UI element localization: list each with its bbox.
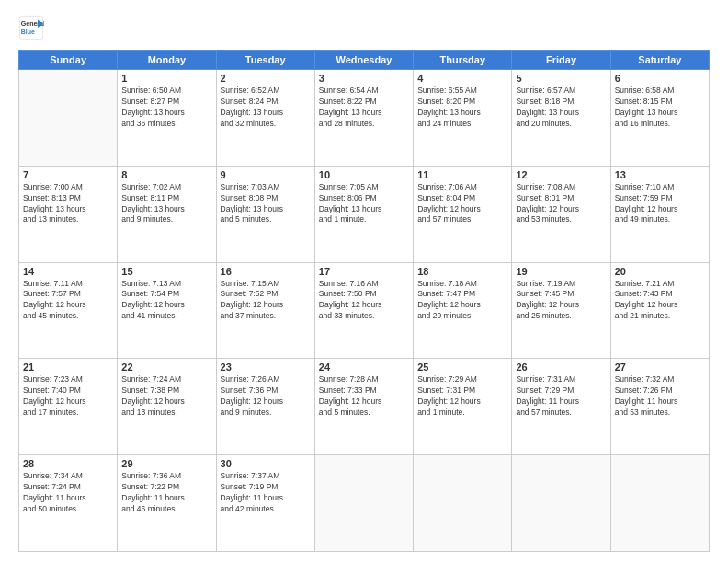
calendar-cell: 1Sunrise: 6:50 AM Sunset: 8:27 PM Daylig…	[118, 70, 216, 167]
header: General Blue	[18, 15, 710, 40]
calendar-cell: 11Sunrise: 7:06 AM Sunset: 8:04 PM Dayli…	[414, 166, 512, 262]
day-number: 17	[319, 266, 409, 277]
calendar-cell: 18Sunrise: 7:18 AM Sunset: 7:47 PM Dayli…	[414, 262, 512, 359]
day-info: Sunrise: 6:52 AM Sunset: 8:24 PM Dayligh…	[221, 86, 311, 130]
day-info: Sunrise: 7:34 AM Sunset: 7:24 PM Dayligh…	[23, 471, 113, 515]
svg-text:Blue: Blue	[21, 29, 35, 35]
logo-icon: General Blue	[18, 15, 44, 40]
day-info: Sunrise: 7:21 AM Sunset: 7:43 PM Dayligh…	[615, 279, 705, 323]
day-info: Sunrise: 7:13 AM Sunset: 7:54 PM Dayligh…	[121, 279, 211, 323]
calendar-cell: 22Sunrise: 7:24 AM Sunset: 7:38 PM Dayli…	[118, 359, 216, 455]
day-of-week-header: Thursday	[414, 51, 512, 70]
day-number: 7	[23, 169, 113, 180]
page: General Blue SundayMondayTuesdayWednesda…	[0, 0, 728, 563]
day-number: 16	[221, 266, 311, 277]
calendar-cell	[19, 70, 118, 167]
calendar-cell: 19Sunrise: 7:19 AM Sunset: 7:45 PM Dayli…	[512, 262, 610, 359]
calendar-cell	[414, 455, 512, 552]
day-info: Sunrise: 7:31 AM Sunset: 7:29 PM Dayligh…	[516, 374, 606, 419]
day-info: Sunrise: 7:08 AM Sunset: 8:01 PM Dayligh…	[516, 182, 606, 226]
calendar-cell: 29Sunrise: 7:36 AM Sunset: 7:22 PM Dayli…	[118, 455, 216, 552]
day-number: 25	[417, 362, 507, 373]
calendar-cell: 28Sunrise: 7:34 AM Sunset: 7:24 PM Dayli…	[19, 455, 118, 552]
day-info: Sunrise: 7:00 AM Sunset: 8:13 PM Dayligh…	[23, 182, 113, 226]
day-number: 10	[319, 169, 409, 180]
calendar-cell: 12Sunrise: 7:08 AM Sunset: 8:01 PM Dayli…	[512, 166, 610, 262]
calendar-week-row: 1Sunrise: 6:50 AM Sunset: 8:27 PM Daylig…	[19, 70, 710, 167]
calendar-week-row: 28Sunrise: 7:34 AM Sunset: 7:24 PM Dayli…	[19, 455, 710, 552]
day-info: Sunrise: 7:06 AM Sunset: 8:04 PM Dayligh…	[417, 182, 507, 226]
calendar-table: SundayMondayTuesdayWednesdayThursdayFrid…	[18, 50, 710, 552]
day-number: 12	[516, 169, 606, 180]
day-of-week-header: Friday	[512, 51, 610, 70]
day-info: Sunrise: 7:37 AM Sunset: 7:19 PM Dayligh…	[221, 471, 311, 515]
calendar-cell: 2Sunrise: 6:52 AM Sunset: 8:24 PM Daylig…	[216, 70, 314, 167]
day-info: Sunrise: 7:15 AM Sunset: 7:52 PM Dayligh…	[221, 279, 311, 323]
day-number: 15	[121, 266, 211, 277]
calendar-cell: 4Sunrise: 6:55 AM Sunset: 8:20 PM Daylig…	[414, 70, 512, 167]
calendar-cell: 17Sunrise: 7:16 AM Sunset: 7:50 PM Dayli…	[314, 262, 413, 359]
day-info: Sunrise: 7:24 AM Sunset: 7:38 PM Dayligh…	[121, 374, 211, 419]
calendar-cell: 21Sunrise: 7:23 AM Sunset: 7:40 PM Dayli…	[19, 359, 118, 455]
calendar-cell: 30Sunrise: 7:37 AM Sunset: 7:19 PM Dayli…	[216, 455, 314, 552]
day-info: Sunrise: 6:55 AM Sunset: 8:20 PM Dayligh…	[417, 86, 507, 130]
day-of-week-header: Saturday	[610, 51, 709, 70]
day-number: 2	[221, 73, 311, 84]
day-of-week-header: Tuesday	[216, 51, 314, 70]
day-number: 13	[615, 169, 705, 180]
calendar-cell: 24Sunrise: 7:28 AM Sunset: 7:33 PM Dayli…	[314, 359, 413, 455]
calendar-cell: 5Sunrise: 6:57 AM Sunset: 8:18 PM Daylig…	[512, 70, 610, 167]
calendar-cell: 25Sunrise: 7:29 AM Sunset: 7:31 PM Dayli…	[414, 359, 512, 455]
day-info: Sunrise: 7:03 AM Sunset: 8:08 PM Dayligh…	[221, 182, 311, 226]
day-info: Sunrise: 7:32 AM Sunset: 7:26 PM Dayligh…	[615, 374, 705, 419]
svg-rect-0	[19, 16, 42, 39]
calendar-cell: 10Sunrise: 7:05 AM Sunset: 8:06 PM Dayli…	[314, 166, 413, 262]
day-of-week-header: Monday	[118, 51, 216, 70]
day-number: 6	[615, 73, 705, 84]
day-info: Sunrise: 7:16 AM Sunset: 7:50 PM Dayligh…	[319, 279, 409, 323]
day-info: Sunrise: 7:02 AM Sunset: 8:11 PM Dayligh…	[121, 182, 211, 226]
day-number: 29	[121, 458, 211, 469]
calendar-cell: 7Sunrise: 7:00 AM Sunset: 8:13 PM Daylig…	[19, 166, 118, 262]
calendar-cell	[610, 455, 709, 552]
calendar-cell: 3Sunrise: 6:54 AM Sunset: 8:22 PM Daylig…	[314, 70, 413, 167]
day-info: Sunrise: 7:05 AM Sunset: 8:06 PM Dayligh…	[319, 182, 409, 226]
calendar-cell: 23Sunrise: 7:26 AM Sunset: 7:36 PM Dayli…	[216, 359, 314, 455]
calendar-cell: 16Sunrise: 7:15 AM Sunset: 7:52 PM Dayli…	[216, 262, 314, 359]
day-number: 3	[319, 73, 409, 84]
day-number: 4	[417, 73, 507, 84]
day-number: 20	[615, 266, 705, 277]
calendar-week-row: 7Sunrise: 7:00 AM Sunset: 8:13 PM Daylig…	[19, 166, 710, 262]
day-info: Sunrise: 7:10 AM Sunset: 7:59 PM Dayligh…	[615, 182, 705, 226]
calendar-body: 1Sunrise: 6:50 AM Sunset: 8:27 PM Daylig…	[19, 70, 710, 552]
logo: General Blue	[18, 15, 48, 40]
calendar-cell: 27Sunrise: 7:32 AM Sunset: 7:26 PM Dayli…	[610, 359, 709, 455]
day-number: 23	[221, 362, 311, 373]
day-info: Sunrise: 7:28 AM Sunset: 7:33 PM Dayligh…	[319, 374, 409, 419]
calendar-cell: 15Sunrise: 7:13 AM Sunset: 7:54 PM Dayli…	[118, 262, 216, 359]
day-info: Sunrise: 6:57 AM Sunset: 8:18 PM Dayligh…	[516, 86, 606, 130]
day-info: Sunrise: 7:26 AM Sunset: 7:36 PM Dayligh…	[221, 374, 311, 419]
calendar-cell	[512, 455, 610, 552]
calendar-week-row: 21Sunrise: 7:23 AM Sunset: 7:40 PM Dayli…	[19, 359, 710, 455]
calendar-cell	[314, 455, 413, 552]
day-number: 9	[221, 169, 311, 180]
calendar-cell: 6Sunrise: 6:58 AM Sunset: 8:15 PM Daylig…	[610, 70, 709, 167]
day-info: Sunrise: 7:23 AM Sunset: 7:40 PM Dayligh…	[23, 374, 113, 419]
day-info: Sunrise: 7:19 AM Sunset: 7:45 PM Dayligh…	[516, 279, 606, 323]
day-number: 11	[417, 169, 507, 180]
day-info: Sunrise: 6:54 AM Sunset: 8:22 PM Dayligh…	[319, 86, 409, 130]
calendar-cell: 8Sunrise: 7:02 AM Sunset: 8:11 PM Daylig…	[118, 166, 216, 262]
day-number: 30	[221, 458, 311, 469]
day-of-week-header: Sunday	[19, 51, 118, 70]
day-number: 14	[23, 266, 113, 277]
day-info: Sunrise: 7:29 AM Sunset: 7:31 PM Dayligh…	[417, 374, 507, 419]
day-info: Sunrise: 7:11 AM Sunset: 7:57 PM Dayligh…	[23, 279, 113, 323]
calendar-cell: 9Sunrise: 7:03 AM Sunset: 8:08 PM Daylig…	[216, 166, 314, 262]
calendar-cell: 20Sunrise: 7:21 AM Sunset: 7:43 PM Dayli…	[610, 262, 709, 359]
day-number: 26	[516, 362, 606, 373]
day-number: 27	[615, 362, 705, 373]
day-number: 1	[121, 73, 211, 84]
calendar-cell: 26Sunrise: 7:31 AM Sunset: 7:29 PM Dayli…	[512, 359, 610, 455]
day-number: 21	[23, 362, 113, 373]
